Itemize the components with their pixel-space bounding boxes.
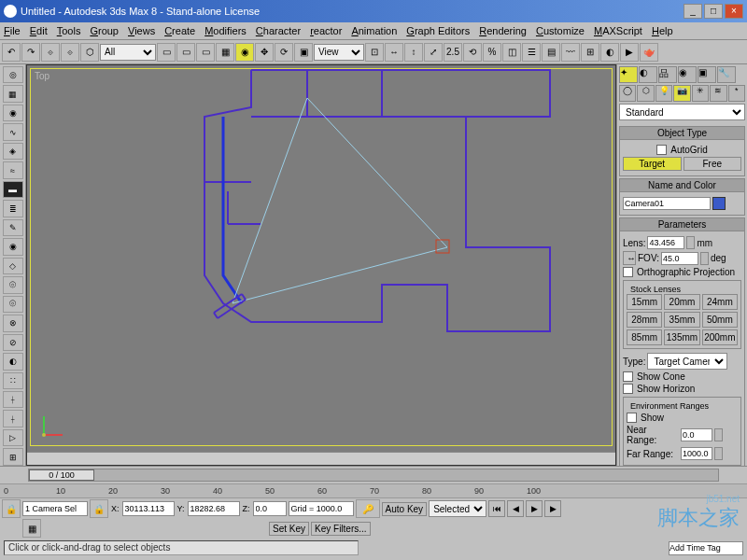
color-swatch[interactable] — [712, 197, 726, 210]
camera-type-dropdown[interactable]: Target Camera — [647, 353, 727, 370]
utilities-tab[interactable]: 🔧 — [717, 66, 736, 83]
stock-lens-15mm[interactable]: 15mm — [627, 294, 662, 310]
motor-icon[interactable]: ◉ — [3, 238, 23, 255]
lens-spinner[interactable] — [686, 236, 695, 249]
time-ruler[interactable]: 0102030405060708090100 — [0, 483, 747, 498]
keymode-dropdown[interactable]: Selected — [429, 500, 486, 517]
align-icon[interactable]: ☰ — [522, 43, 541, 62]
showhorizon-checkbox[interactable] — [623, 384, 633, 394]
fov-field[interactable] — [661, 252, 698, 265]
menu-customize[interactable]: Customize — [536, 25, 585, 36]
menu-graph editors[interactable]: Graph Editors — [406, 25, 470, 36]
deform-icon[interactable]: ◈ — [3, 143, 23, 160]
prismatic-icon[interactable]: ⟊ — [3, 391, 23, 408]
mirror-icon[interactable]: ◫ — [502, 43, 521, 62]
select-icon[interactable]: ▭ — [157, 43, 176, 62]
near-spinner[interactable] — [714, 428, 723, 441]
near-field[interactable] — [681, 428, 712, 441]
far-field[interactable] — [681, 447, 712, 460]
ortho-checkbox[interactable] — [623, 267, 633, 277]
render-scene-icon[interactable]: ▶ — [620, 43, 639, 62]
display-tab[interactable]: ▣ — [698, 66, 716, 83]
bind-icon[interactable]: ⬡ — [80, 43, 99, 62]
lens-field[interactable] — [647, 236, 684, 249]
point-icon[interactable]: ∷ — [3, 372, 23, 389]
add-time-tag[interactable] — [669, 541, 743, 555]
create-tab[interactable]: ✦ — [619, 66, 638, 83]
center-icon[interactable]: ⊡ — [365, 43, 384, 62]
minimize-button[interactable]: _ — [684, 4, 702, 19]
target-button[interactable]: Target — [623, 157, 682, 171]
layers-icon[interactable]: ▤ — [542, 43, 560, 62]
hinge-icon[interactable]: ◐ — [3, 353, 23, 370]
stock-lens-50mm[interactable]: 50mm — [702, 312, 738, 328]
cloth-icon[interactable]: ▦ — [3, 85, 23, 102]
stock-lens-200mm[interactable]: 200mm — [702, 329, 738, 345]
shapes-icon[interactable]: ⬡ — [637, 85, 654, 102]
menu-character[interactable]: Character — [256, 25, 301, 36]
next-frame-icon[interactable]: ▶ — [544, 500, 561, 517]
redo-icon[interactable]: ↷ — [21, 43, 40, 62]
dashpot-icon[interactable]: ⦾ — [3, 296, 23, 313]
fracture-icon[interactable]: ✎ — [3, 219, 23, 236]
cameras-icon[interactable]: 📷 — [673, 85, 690, 102]
autokey-button[interactable]: Auto Key — [382, 502, 428, 516]
rigid-body-icon[interactable]: ◎ — [3, 66, 23, 83]
spring-icon[interactable]: ⦾ — [3, 276, 23, 293]
play-icon[interactable]: ▶ — [526, 500, 543, 517]
menu-modifiers[interactable]: Modifiers — [204, 25, 247, 36]
viewport-scrollbar[interactable] — [27, 452, 615, 465]
softbody-icon[interactable]: ◉ — [3, 105, 23, 121]
menu-rendering[interactable]: Rendering — [479, 25, 527, 36]
close-button[interactable]: × — [725, 4, 743, 19]
constraint-icon[interactable]: ⊗ — [3, 315, 23, 331]
curve-editor-icon[interactable]: 〰 — [561, 43, 580, 62]
unlink-icon[interactable]: ⟐ — [61, 43, 79, 62]
analyze-icon[interactable]: ⊞ — [3, 448, 23, 465]
move-icon[interactable]: ✥ — [255, 43, 274, 62]
menu-group[interactable]: Group — [90, 25, 119, 36]
systems-icon[interactable]: * — [728, 85, 745, 102]
menu-tools[interactable]: Tools — [57, 25, 81, 36]
preview-icon[interactable]: ▷ — [3, 429, 23, 446]
autogrid-checkbox[interactable] — [656, 145, 667, 155]
parameters-rollout[interactable]: Parameters — [619, 217, 745, 231]
stock-lens-135mm[interactable]: 135mm — [664, 329, 699, 345]
viewport[interactable]: Top — [26, 64, 616, 466]
carwheel-icon[interactable]: ⟊ — [3, 410, 23, 427]
water-icon[interactable]: ≈ — [3, 161, 23, 178]
window-crossing-icon[interactable]: ▦ — [216, 43, 234, 62]
scale-icon[interactable]: ▣ — [294, 43, 313, 62]
menu-help[interactable]: Help — [652, 25, 673, 36]
lights-icon[interactable]: 💡 — [655, 85, 672, 102]
object-type-rollout[interactable]: Object Type — [619, 126, 745, 140]
prev-frame-icon[interactable]: ◀ — [507, 500, 524, 517]
show-env-checkbox[interactable] — [627, 413, 637, 423]
select-name-icon[interactable]: ▭ — [176, 43, 195, 62]
stock-lens-28mm[interactable]: 28mm — [627, 312, 662, 328]
prompt-icon[interactable]: ▦ — [22, 519, 41, 538]
motion-tab[interactable]: ◉ — [678, 66, 697, 83]
ragdoll-icon[interactable]: ⊘ — [3, 334, 23, 351]
free-button[interactable]: Free — [684, 157, 742, 171]
select-mode-icon[interactable]: ◉ — [235, 43, 254, 62]
time-slider[interactable]: 0 / 100 — [0, 467, 747, 483]
rotate-icon[interactable]: ⟳ — [275, 43, 293, 62]
plane-icon[interactable]: ◇ — [3, 258, 23, 274]
material-icon[interactable]: ◐ — [600, 43, 619, 62]
restrict-x-icon[interactable]: ↔ — [385, 43, 403, 62]
menu-file[interactable]: File — [4, 25, 21, 36]
goto-start-icon[interactable]: ⏮ — [488, 500, 505, 517]
spacewarps-icon[interactable]: ≋ — [710, 85, 726, 102]
keyfilters-button[interactable]: Key Filters... — [311, 522, 371, 536]
snap-icon[interactable]: 2.5 — [444, 43, 462, 62]
select-region-icon[interactable]: ▭ — [196, 43, 215, 62]
restrict-z-icon[interactable]: ⤢ — [424, 43, 443, 62]
fov-spinner[interactable] — [700, 252, 709, 265]
lock-icon[interactable]: 🔒 — [2, 499, 21, 518]
category-dropdown[interactable]: Standard — [619, 104, 745, 120]
toy-car-icon[interactable]: ≣ — [3, 200, 23, 217]
setkey-button[interactable]: Set Key — [269, 522, 309, 536]
undo-icon[interactable]: ↶ — [2, 43, 21, 62]
modify-tab[interactable]: ◐ — [639, 66, 657, 83]
